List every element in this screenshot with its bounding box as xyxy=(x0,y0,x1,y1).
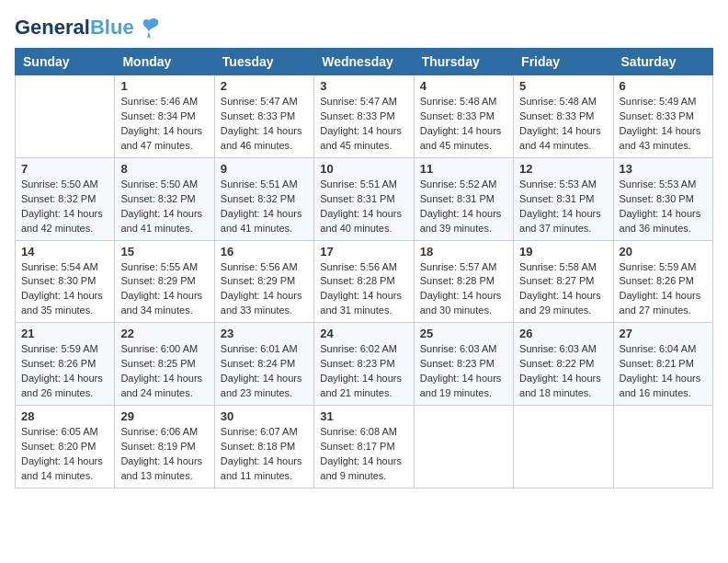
cell-info: Sunrise: 5:47 AM Sunset: 8:33 PM Dayligh… xyxy=(320,95,407,154)
week-row-5: 28Sunrise: 6:05 AM Sunset: 8:20 PM Dayli… xyxy=(16,406,713,488)
calendar-cell: 9Sunrise: 5:51 AM Sunset: 8:32 PM Daylig… xyxy=(214,157,313,240)
day-number: 21 xyxy=(21,327,108,340)
cell-info: Sunrise: 5:50 AM Sunset: 8:32 PM Dayligh… xyxy=(120,178,208,236)
calendar-cell: 5Sunrise: 5:48 AM Sunset: 8:33 PM Daylig… xyxy=(514,75,613,158)
day-header-wednesday: Wednesday xyxy=(314,49,414,75)
calendar-cell xyxy=(613,406,712,488)
logo: GeneralBlue xyxy=(15,15,162,40)
cell-info: Sunrise: 5:48 AM Sunset: 8:33 PM Dayligh… xyxy=(420,95,507,154)
calendar-cell: 28Sunrise: 6:05 AM Sunset: 8:20 PM Dayli… xyxy=(16,406,115,488)
day-header-monday: Monday xyxy=(115,49,214,75)
cell-info: Sunrise: 6:01 AM Sunset: 8:24 PM Dayligh… xyxy=(221,342,308,401)
cell-info: Sunrise: 5:50 AM Sunset: 8:32 PM Dayligh… xyxy=(21,178,108,236)
day-number: 7 xyxy=(21,162,108,176)
calendar-cell: 2Sunrise: 5:47 AM Sunset: 8:33 PM Daylig… xyxy=(214,75,313,158)
cell-info: Sunrise: 5:46 AM Sunset: 8:34 PM Dayligh… xyxy=(120,95,208,154)
cell-info: Sunrise: 6:03 AM Sunset: 8:22 PM Dayligh… xyxy=(519,342,607,401)
day-number: 24 xyxy=(320,327,407,340)
calendar-cell: 8Sunrise: 5:50 AM Sunset: 8:32 PM Daylig… xyxy=(115,157,214,240)
day-number: 28 xyxy=(21,409,108,423)
cell-info: Sunrise: 5:49 AM Sunset: 8:33 PM Dayligh… xyxy=(620,95,707,154)
cell-info: Sunrise: 5:57 AM Sunset: 8:28 PM Dayligh… xyxy=(420,260,507,319)
calendar-cell: 16Sunrise: 5:56 AM Sunset: 8:29 PM Dayli… xyxy=(214,240,313,323)
calendar-cell: 7Sunrise: 5:50 AM Sunset: 8:32 PM Daylig… xyxy=(16,157,115,240)
day-number: 29 xyxy=(120,409,208,423)
cell-info: Sunrise: 5:56 AM Sunset: 8:29 PM Dayligh… xyxy=(221,260,308,319)
day-number: 22 xyxy=(120,327,208,340)
day-number: 4 xyxy=(420,79,507,93)
calendar-cell xyxy=(514,406,613,488)
page-header: GeneralBlue xyxy=(15,15,713,40)
day-header-thursday: Thursday xyxy=(414,49,513,75)
cell-info: Sunrise: 5:47 AM Sunset: 8:33 PM Dayligh… xyxy=(221,95,308,154)
cell-info: Sunrise: 5:59 AM Sunset: 8:26 PM Dayligh… xyxy=(620,260,707,319)
calendar-cell: 21Sunrise: 5:59 AM Sunset: 8:26 PM Dayli… xyxy=(16,323,115,406)
day-number: 19 xyxy=(519,245,607,259)
cell-info: Sunrise: 6:04 AM Sunset: 8:21 PM Dayligh… xyxy=(620,342,707,401)
calendar-cell: 1Sunrise: 5:46 AM Sunset: 8:34 PM Daylig… xyxy=(115,75,214,158)
day-number: 9 xyxy=(221,162,308,176)
day-number: 1 xyxy=(120,79,208,93)
day-number: 15 xyxy=(120,245,208,259)
cell-info: Sunrise: 6:05 AM Sunset: 8:20 PM Dayligh… xyxy=(21,425,108,484)
calendar-cell: 3Sunrise: 5:47 AM Sunset: 8:33 PM Daylig… xyxy=(314,75,414,158)
day-header-tuesday: Tuesday xyxy=(214,49,313,75)
day-number: 12 xyxy=(519,162,607,176)
calendar-cell: 29Sunrise: 6:06 AM Sunset: 8:19 PM Dayli… xyxy=(115,406,214,488)
day-number: 27 xyxy=(620,327,707,340)
cell-info: Sunrise: 6:07 AM Sunset: 8:18 PM Dayligh… xyxy=(221,425,308,484)
day-number: 10 xyxy=(320,162,407,176)
day-number: 26 xyxy=(519,327,607,340)
calendar-cell: 19Sunrise: 5:58 AM Sunset: 8:27 PM Dayli… xyxy=(514,240,613,323)
cell-info: Sunrise: 6:02 AM Sunset: 8:23 PM Dayligh… xyxy=(320,342,407,401)
day-number: 5 xyxy=(519,79,607,93)
cell-info: Sunrise: 5:54 AM Sunset: 8:30 PM Dayligh… xyxy=(21,260,108,319)
cell-info: Sunrise: 5:58 AM Sunset: 8:27 PM Dayligh… xyxy=(519,260,607,319)
cell-info: Sunrise: 6:08 AM Sunset: 8:17 PM Dayligh… xyxy=(320,425,407,484)
cell-info: Sunrise: 6:06 AM Sunset: 8:19 PM Dayligh… xyxy=(120,425,208,484)
day-header-friday: Friday xyxy=(514,49,613,75)
day-number: 20 xyxy=(620,245,707,259)
day-number: 6 xyxy=(620,79,707,93)
day-number: 8 xyxy=(120,162,208,176)
calendar-body: 1Sunrise: 5:46 AM Sunset: 8:34 PM Daylig… xyxy=(16,75,713,488)
cell-info: Sunrise: 5:48 AM Sunset: 8:33 PM Dayligh… xyxy=(519,95,607,154)
calendar-cell: 17Sunrise: 5:56 AM Sunset: 8:28 PM Dayli… xyxy=(314,240,414,323)
calendar-cell: 4Sunrise: 5:48 AM Sunset: 8:33 PM Daylig… xyxy=(414,75,513,158)
day-header-saturday: Saturday xyxy=(613,49,712,75)
calendar-cell: 18Sunrise: 5:57 AM Sunset: 8:28 PM Dayli… xyxy=(414,240,513,323)
cell-info: Sunrise: 5:56 AM Sunset: 8:28 PM Dayligh… xyxy=(320,260,407,319)
calendar-cell: 24Sunrise: 6:02 AM Sunset: 8:23 PM Dayli… xyxy=(314,323,414,406)
calendar-cell: 14Sunrise: 5:54 AM Sunset: 8:30 PM Dayli… xyxy=(16,240,115,323)
day-number: 30 xyxy=(221,409,308,423)
calendar-cell: 23Sunrise: 6:01 AM Sunset: 8:24 PM Dayli… xyxy=(214,323,313,406)
calendar-header-row: SundayMondayTuesdayWednesdayThursdayFrid… xyxy=(16,49,713,75)
calendar-table: SundayMondayTuesdayWednesdayThursdayFrid… xyxy=(15,48,713,488)
week-row-4: 21Sunrise: 5:59 AM Sunset: 8:26 PM Dayli… xyxy=(16,323,713,406)
calendar-cell xyxy=(16,75,115,158)
logo-bird-icon xyxy=(136,15,162,40)
cell-info: Sunrise: 5:51 AM Sunset: 8:31 PM Dayligh… xyxy=(320,178,407,236)
day-header-sunday: Sunday xyxy=(16,49,115,75)
day-number: 11 xyxy=(420,162,507,176)
day-number: 25 xyxy=(420,327,507,340)
cell-info: Sunrise: 6:03 AM Sunset: 8:23 PM Dayligh… xyxy=(420,342,507,401)
calendar-cell: 22Sunrise: 6:00 AM Sunset: 8:25 PM Dayli… xyxy=(115,323,214,406)
cell-info: Sunrise: 5:53 AM Sunset: 8:30 PM Dayligh… xyxy=(620,178,707,236)
day-number: 18 xyxy=(420,245,507,259)
calendar-cell: 15Sunrise: 5:55 AM Sunset: 8:29 PM Dayli… xyxy=(115,240,214,323)
cell-info: Sunrise: 5:59 AM Sunset: 8:26 PM Dayligh… xyxy=(21,342,108,401)
calendar-cell: 25Sunrise: 6:03 AM Sunset: 8:23 PM Dayli… xyxy=(414,323,513,406)
cell-info: Sunrise: 5:53 AM Sunset: 8:31 PM Dayligh… xyxy=(519,178,607,236)
calendar-cell: 30Sunrise: 6:07 AM Sunset: 8:18 PM Dayli… xyxy=(214,406,313,488)
calendar-cell: 26Sunrise: 6:03 AM Sunset: 8:22 PM Dayli… xyxy=(514,323,613,406)
logo-text: GeneralBlue xyxy=(15,17,134,38)
cell-info: Sunrise: 6:00 AM Sunset: 8:25 PM Dayligh… xyxy=(120,342,208,401)
calendar-cell: 12Sunrise: 5:53 AM Sunset: 8:31 PM Dayli… xyxy=(514,157,613,240)
calendar-cell: 6Sunrise: 5:49 AM Sunset: 8:33 PM Daylig… xyxy=(613,75,712,158)
day-number: 17 xyxy=(320,245,407,259)
day-number: 2 xyxy=(221,79,308,93)
day-number: 14 xyxy=(21,245,108,259)
calendar-cell: 10Sunrise: 5:51 AM Sunset: 8:31 PM Dayli… xyxy=(314,157,414,240)
cell-info: Sunrise: 5:52 AM Sunset: 8:31 PM Dayligh… xyxy=(420,178,507,236)
